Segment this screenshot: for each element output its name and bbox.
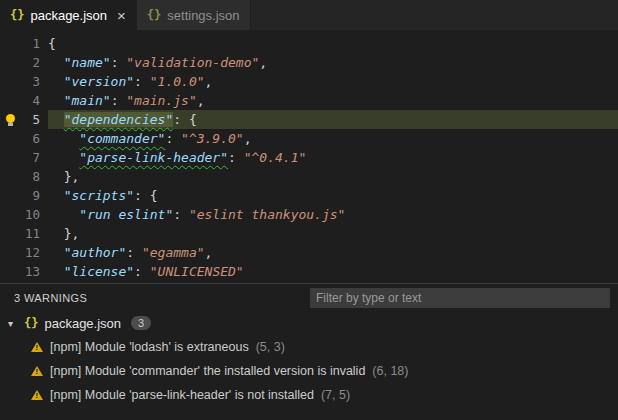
problems-count-badge: 3 [131,316,151,330]
code-line[interactable]: 4 "main": "main.js", [0,91,618,110]
line-number: 12 [0,243,48,262]
code-line-text: "parse-link-header": "^0.4.1" [48,148,618,167]
warning-position: (5, 3) [256,340,285,354]
code-line[interactable]: 5 "dependencies": { [0,110,618,129]
warnings-count-label: 3 WARNINGS [14,292,87,304]
line-number: 7 [0,148,48,167]
code-line[interactable]: 12 "author": "egamma", [0,243,618,262]
close-icon[interactable]: × [117,8,126,23]
code-line[interactable]: 6 "commander": "^3.9.0", [0,129,618,148]
tab-label: package.json [30,8,107,23]
line-number: 8 [0,167,48,186]
code-line[interactable]: 13 "license": "UNLICENSED" [0,262,618,281]
vscode-window: {} package.json × {} settings.json 1{2 "… [0,0,618,420]
code-line[interactable]: 2 "name": "validation-demo", [0,53,618,72]
line-number: 13 [0,262,48,281]
tab-package-json[interactable]: {} package.json × [0,0,137,30]
problems-file-group[interactable]: ▾ {} package.json 3 [0,311,618,335]
code-line-text: }, [48,167,618,186]
warning-item[interactable]: [npm] Module 'commander' the installed v… [0,359,618,383]
tab-settings-json[interactable]: {} settings.json [137,0,251,30]
line-number: 10 [0,205,48,224]
lightbulb-icon[interactable] [6,114,15,123]
code-line-text: "author": "egamma", [48,243,618,262]
warning-list: [npm] Module 'lodash' is extraneous(5, 3… [0,335,618,407]
editor-tab-bar: {} package.json × {} settings.json [0,0,618,30]
code-line-text: "commander": "^3.9.0", [48,129,618,148]
code-line[interactable]: 9 "scripts": { [0,186,618,205]
code-line[interactable]: 10 "run eslint": "eslint thankyou.js" [0,205,618,224]
code-line[interactable]: 11 }, [0,224,618,243]
code-line-text: "license": "UNLICENSED" [48,262,618,281]
line-number: 2 [0,53,48,72]
line-number: 9 [0,186,48,205]
line-number: 6 [0,129,48,148]
line-number: 11 [0,224,48,243]
line-number: 3 [0,72,48,91]
warning-message: [npm] Module 'commander' the installed v… [50,364,365,378]
tab-label: settings.json [167,8,239,23]
warning-icon [31,366,43,376]
code-line-text: "version": "1.0.0", [48,72,618,91]
code-line-text: "dependencies": { [48,110,618,129]
code-editor[interactable]: 1{2 "name": "validation-demo",3 "version… [0,30,618,283]
code-line[interactable]: 3 "version": "1.0.0", [0,72,618,91]
line-number: 4 [0,91,48,110]
warning-item[interactable]: [npm] Module 'parse-link-header' is not … [0,383,618,407]
warning-message: [npm] Module 'lodash' is extraneous [50,340,249,354]
code-line-text: "run eslint": "eslint thankyou.js" [48,205,618,224]
warning-message: [npm] Module 'parse-link-header' is not … [50,388,314,402]
json-file-icon: {} [147,8,161,22]
code-line-text: { [48,34,618,53]
code-line-text: "scripts": { [48,186,618,205]
code-line-text: "name": "validation-demo", [48,53,618,72]
problems-filter-input[interactable] [310,288,610,308]
code-lines: 1{2 "name": "validation-demo",3 "version… [0,34,618,281]
code-line[interactable]: 7 "parse-link-header": "^0.4.1" [0,148,618,167]
json-file-icon: {} [24,316,38,330]
json-file-icon: {} [10,8,24,22]
code-line[interactable]: 1{ [0,34,618,53]
warning-position: (7, 5) [321,388,350,402]
warning-item[interactable]: [npm] Module 'lodash' is extraneous(5, 3… [0,335,618,359]
line-number: 1 [0,34,48,53]
warning-icon [31,390,43,400]
chevron-down-icon[interactable]: ▾ [8,318,18,329]
warning-position: (6, 18) [372,364,408,378]
problems-panel-header: 3 WARNINGS [0,284,618,311]
code-line-text: "main": "main.js", [48,91,618,110]
code-line-text: }, [48,224,618,243]
problems-panel: 3 WARNINGS ▾ {} package.json 3 [npm] Mod… [0,283,618,420]
code-line[interactable]: 8 }, [0,167,618,186]
warning-icon [31,342,43,352]
line-number: 5 [0,110,48,129]
problems-file-name: package.json [44,316,121,331]
